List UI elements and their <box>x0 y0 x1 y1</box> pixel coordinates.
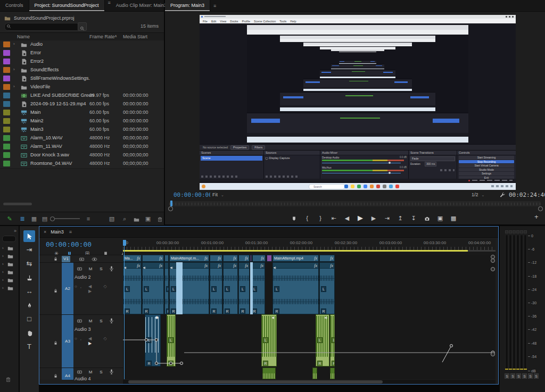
video-clip[interactable]: fx <box>252 255 266 262</box>
solo-channel-button[interactable]: S <box>510 373 515 379</box>
vscroll-handle-low[interactable] <box>491 352 495 356</box>
col-media-start[interactable]: Media Start <box>123 34 147 39</box>
source-patch-icon[interactable] <box>77 318 82 324</box>
col-frame-rate[interactable]: Frame Rate <box>89 34 115 39</box>
new-item-icon[interactable]: ▣ <box>144 214 152 223</box>
solo-channel-button[interactable]: S <box>534 373 539 379</box>
lift-icon[interactable]: ↥ <box>395 213 406 223</box>
audio-clip[interactable]: fxLR <box>319 262 335 314</box>
icon-view-icon[interactable]: ▦ <box>30 214 38 223</box>
type-tool[interactable]: T <box>23 341 35 353</box>
scrub-handle-left[interactable] <box>168 206 173 211</box>
audio-clip[interactable]: fxLR <box>123 262 142 314</box>
multicam-icon[interactable]: ▩ <box>448 213 459 223</box>
solo-track-button[interactable]: S <box>98 318 104 324</box>
go-to-in-icon[interactable]: ⇤ <box>328 213 339 223</box>
vscroll-handle-mid[interactable] <box>491 267 495 271</box>
video-clip[interactable]: fx <box>319 255 335 262</box>
project-row[interactable]: ›Audio <box>0 40 164 49</box>
source-patch-icon[interactable] <box>77 266 82 272</box>
add-panel-button[interactable]: + <box>534 213 539 221</box>
video-clip[interactable] <box>164 255 169 262</box>
comparison-view-icon[interactable]: ▣ <box>435 213 445 223</box>
solo-track-button[interactable]: S <box>98 266 104 272</box>
tab-program[interactable]: Program: Main3 <box>165 0 210 11</box>
solo-channel-button[interactable]: S <box>522 373 527 379</box>
track-name[interactable]: Audio 3 <box>75 327 91 332</box>
edit-in-progress-icon[interactable]: ✎ <box>5 214 14 223</box>
program-scrubber[interactable] <box>169 201 541 206</box>
audio-clip[interactable]: LR <box>167 314 176 366</box>
selected-clip-highlight[interactable] <box>250 262 253 314</box>
playhead[interactable] <box>123 240 126 246</box>
audio-clip[interactable]: fxLR <box>169 262 209 314</box>
trash-icon[interactable] <box>5 377 11 382</box>
panel-menu-icon[interactable]: ≡ <box>69 229 72 235</box>
expander-icon[interactable]: › <box>13 67 15 72</box>
project-row[interactable]: Main60.00 fps00:00:00:00 <box>0 109 164 118</box>
video-clip[interactable]: MainAttempt.mp4fx <box>272 255 319 262</box>
export-frame-icon[interactable] <box>422 213 432 223</box>
toggle-track-output-icon[interactable] <box>92 256 97 262</box>
audio-clip[interactable]: LR <box>316 314 329 366</box>
project-row[interactable]: Door Knock 3.wav48000 Hz00;00;00;00 <box>0 151 164 160</box>
timeline-timecode[interactable]: 00:00:00:00 <box>46 240 92 248</box>
label-color-chip[interactable] <box>3 67 10 73</box>
source-patch-icon[interactable] <box>77 369 82 375</box>
delete-icon[interactable] <box>155 214 164 223</box>
lock-icon[interactable] <box>53 256 58 261</box>
lock-icon[interactable] <box>53 340 58 345</box>
voiceover-record-icon[interactable] <box>109 369 114 374</box>
search-bin-icon[interactable] <box>78 22 87 31</box>
add-marker-icon[interactable] <box>288 213 299 223</box>
solo-channel-button[interactable]: S <box>516 373 521 379</box>
video-clip[interactable]: fx <box>210 255 222 262</box>
label-color-chip[interactable] <box>3 41 10 47</box>
track-select-forward-tool[interactable]: ⇥ <box>23 244 35 256</box>
video-clip[interactable] <box>250 255 252 262</box>
audio-clip[interactable] <box>262 368 276 379</box>
tab-sequence-main3[interactable]: Main3 <box>51 229 64 235</box>
keyframe-nav[interactable]: ◀ ◇ ▶ <box>88 284 123 294</box>
label-color-chip[interactable] <box>3 110 10 115</box>
freeform-view-icon[interactable]: ▤ <box>40 214 49 223</box>
label-color-chip[interactable] <box>3 76 10 81</box>
playback-resolution-dropdown[interactable]: 1/2⌄ <box>469 191 486 198</box>
timeline-ruler[interactable]: 00:0000:00:30:0000:01:00:0000:01:30:0000… <box>123 239 496 251</box>
zoom-slider[interactable] <box>52 218 80 219</box>
hand-tool[interactable] <box>23 327 35 339</box>
audio-clip[interactable]: ✱LR <box>145 314 161 366</box>
label-color-chip[interactable] <box>3 127 10 132</box>
voiceover-record-icon[interactable] <box>109 265 114 271</box>
razor-tool[interactable] <box>23 272 35 283</box>
audio-clip[interactable]: fxLR <box>223 262 238 314</box>
video-clip[interactable]: Ma...fx <box>123 255 142 262</box>
label-color-chip[interactable] <box>3 118 10 124</box>
audio-clip[interactable]: LR <box>330 314 335 366</box>
label-color-chip[interactable] <box>3 144 10 149</box>
lock-icon[interactable] <box>53 288 58 293</box>
track-name[interactable]: Audio 2 <box>75 274 91 280</box>
sort-caret-icon[interactable]: ∧ <box>114 34 117 38</box>
play-icon[interactable]: ▶ <box>355 213 366 223</box>
program-playhead[interactable] <box>170 201 172 206</box>
lock-icon[interactable] <box>53 373 58 378</box>
project-row[interactable]: Alarm_11.WAV48000 Hz00;00;00;00 <box>0 143 164 152</box>
project-row[interactable]: ›VideoFile <box>0 83 164 92</box>
mini-search-input[interactable] <box>2 236 16 242</box>
keyframe-controls[interactable]: ○, <box>75 284 85 289</box>
label-color-chip[interactable] <box>3 84 10 90</box>
label-color-chip[interactable] <box>3 93 10 98</box>
expander-icon[interactable]: › <box>13 84 15 89</box>
track-target-a4[interactable]: A4 <box>62 368 73 380</box>
mute-track-button[interactable]: M <box>87 318 94 324</box>
label-color-chip[interactable] <box>3 59 10 64</box>
label-color-chip[interactable] <box>3 50 10 56</box>
voiceover-record-icon[interactable] <box>109 318 114 323</box>
audio-clip[interactable]: fxLR <box>142 262 164 314</box>
video-clip[interactable]: fx <box>223 255 238 262</box>
vscroll-handle-top2[interactable] <box>491 258 495 263</box>
project-row[interactable]: LIKE And SUBSCRIBE Green29.97 fps00:00:0… <box>0 91 164 101</box>
find-icon[interactable]: ⌕ <box>120 214 129 223</box>
project-row[interactable]: 2024-09-19 12-51-29.mp460.00 fps00:00:00… <box>0 100 164 109</box>
